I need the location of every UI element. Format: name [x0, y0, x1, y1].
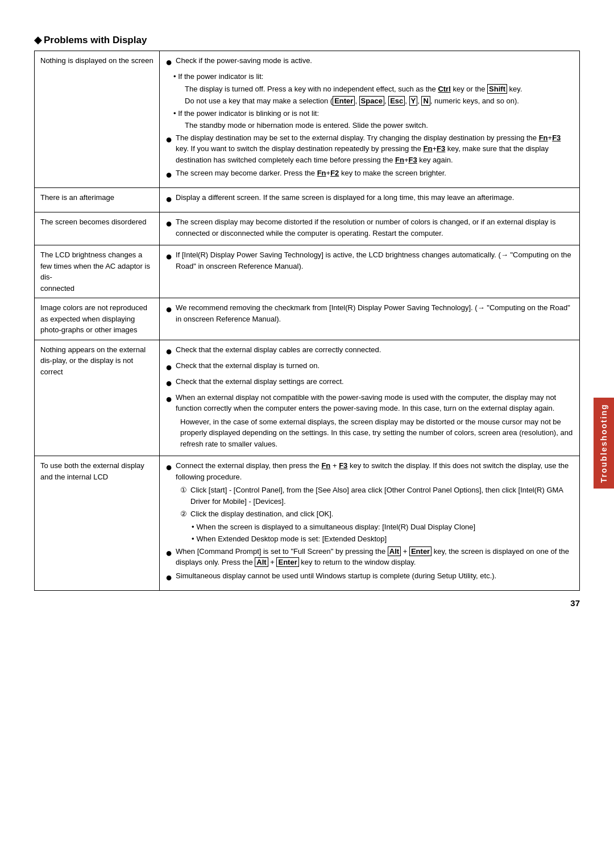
table-row: There is an afterimage●Display a differe… — [35, 188, 580, 212]
table-row: Image colors are not reproduced as expec… — [35, 298, 580, 340]
table-row: The LCD brightness changes a few times w… — [35, 245, 580, 298]
solution-cell: ●Connect the external display, then pres… — [160, 456, 580, 591]
problem-cell: The screen becomes disordered — [35, 212, 160, 245]
table-row: Nothing appears on the external dis-play… — [35, 340, 580, 456]
table-row: To use both the external display and the… — [35, 456, 580, 591]
problem-cell: Nothing is displayed on the screen — [35, 51, 160, 188]
solution-cell: ●Display a different screen. If the same… — [160, 188, 580, 212]
problem-cell: Image colors are not reproduced as expec… — [35, 298, 160, 340]
diamond-icon: ◆ — [34, 34, 42, 46]
page-number: 37 — [570, 598, 580, 608]
solution-cell: ●We recommend removing the checkmark fro… — [160, 298, 580, 340]
solution-cell: ●Check that the external display cables … — [160, 340, 580, 456]
problem-cell: To use both the external display and the… — [35, 456, 160, 591]
problem-cell: There is an afterimage — [35, 188, 160, 212]
page-container: ◆ Problems with Display Nothing is displ… — [0, 0, 614, 625]
problem-cell: Nothing appears on the external dis-play… — [35, 340, 160, 456]
page-title: Problems with Display — [44, 35, 147, 46]
problem-cell: The LCD brightness changes a few times w… — [35, 245, 160, 298]
solution-cell: ●Check if the power-saving mode is activ… — [160, 51, 580, 188]
table-row: The screen becomes disordered●The screen… — [35, 212, 580, 245]
side-tab: Troubleshooting — [594, 398, 614, 489]
problems-table: Nothing is displayed on the screen●Check… — [34, 51, 580, 591]
table-row: Nothing is displayed on the screen●Check… — [35, 51, 580, 188]
solution-cell: ●If [Intel(R) Display Power Saving Techn… — [160, 245, 580, 298]
section-title: ◆ Problems with Display — [34, 34, 580, 46]
solution-cell: ●The screen display may become distorted… — [160, 212, 580, 245]
